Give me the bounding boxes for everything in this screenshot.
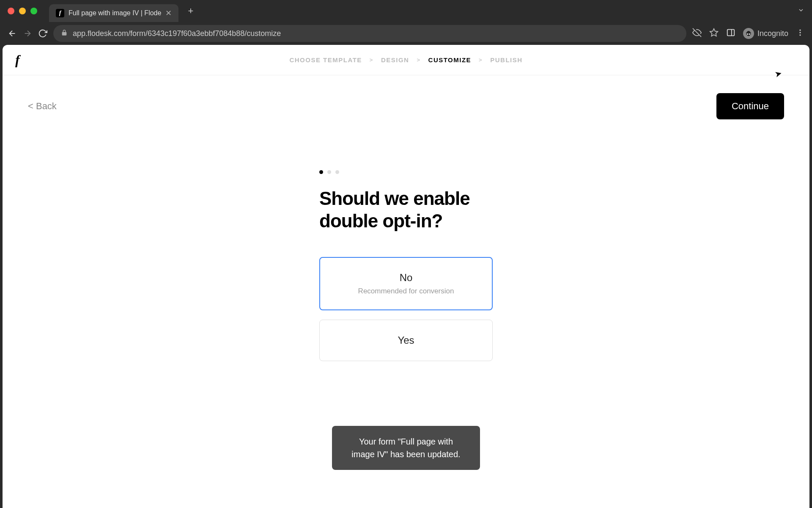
window-minimize-button[interactable] bbox=[19, 8, 26, 14]
eye-off-icon[interactable] bbox=[692, 28, 702, 39]
bookmark-star-icon[interactable] bbox=[709, 28, 719, 39]
chevron-right-icon: > bbox=[417, 57, 420, 63]
breadcrumb-choose-template[interactable]: CHOOSE TEMPLATE bbox=[289, 56, 362, 64]
browser-tab-strip: f Full page with image IV | Flode ✕ + bbox=[0, 0, 812, 22]
option-label: No bbox=[328, 272, 484, 284]
option-label: Yes bbox=[328, 334, 484, 346]
reload-icon[interactable] bbox=[38, 29, 47, 38]
tab-title: Full page with image IV | Flode bbox=[69, 9, 161, 17]
app-viewport: f CHOOSE TEMPLATE > DESIGN > CUSTOMIZE >… bbox=[3, 45, 809, 508]
step-dot-3[interactable] bbox=[335, 170, 339, 174]
chevron-right-icon: > bbox=[370, 57, 373, 63]
continue-button[interactable]: Continue bbox=[716, 93, 784, 119]
svg-point-7 bbox=[749, 33, 750, 35]
panel-icon[interactable] bbox=[726, 28, 735, 39]
app-header: f CHOOSE TEMPLATE > DESIGN > CUSTOMIZE >… bbox=[3, 45, 809, 75]
option-yes[interactable]: Yes bbox=[319, 320, 493, 361]
tab-favicon: f bbox=[56, 9, 64, 17]
svg-point-9 bbox=[799, 32, 801, 33]
toast-message: Your form "Full page with image IV" has … bbox=[351, 437, 460, 459]
action-bar: < Back Continue bbox=[3, 75, 809, 119]
wizard-question: Should we enable double opt-in? bbox=[319, 188, 493, 232]
lock-icon bbox=[61, 29, 68, 38]
step-dot-2[interactable] bbox=[327, 170, 331, 174]
browser-address-bar: app.flodesk.com/form/6343c197f60a3ebbf70… bbox=[0, 22, 812, 45]
breadcrumb-customize[interactable]: CUSTOMIZE bbox=[428, 56, 472, 64]
window-close-button[interactable] bbox=[8, 8, 14, 14]
toast-notification: Your form "Full page with image IV" has … bbox=[332, 426, 480, 470]
back-link[interactable]: < Back bbox=[28, 101, 57, 112]
wizard-panel: Should we enable double opt-in? No Recom… bbox=[319, 170, 493, 361]
kebab-menu-icon[interactable] bbox=[796, 28, 804, 39]
step-indicator bbox=[319, 170, 493, 174]
option-sublabel: Recommended for conversion bbox=[328, 287, 484, 295]
svg-point-6 bbox=[747, 33, 748, 35]
incognito-icon bbox=[743, 28, 754, 39]
svg-rect-4 bbox=[727, 30, 735, 36]
tabs-dropdown-icon[interactable] bbox=[798, 7, 804, 15]
svg-point-10 bbox=[799, 34, 801, 36]
url-input[interactable]: app.flodesk.com/form/6343c197f60a3ebbf70… bbox=[53, 25, 686, 42]
breadcrumb: CHOOSE TEMPLATE > DESIGN > CUSTOMIZE > P… bbox=[289, 56, 522, 64]
chevron-right-icon: > bbox=[479, 57, 483, 63]
incognito-label: Incognito bbox=[757, 29, 788, 38]
svg-marker-3 bbox=[710, 29, 718, 36]
browser-tab[interactable]: f Full page with image IV | Flode ✕ bbox=[49, 4, 178, 22]
window-controls bbox=[8, 8, 37, 14]
svg-point-8 bbox=[799, 30, 801, 31]
step-dot-1[interactable] bbox=[319, 170, 323, 174]
option-no[interactable]: No Recommended for conversion bbox=[319, 257, 493, 310]
url-text: app.flodesk.com/form/6343c197f60a3ebbf70… bbox=[73, 29, 281, 38]
tab-close-icon[interactable]: ✕ bbox=[165, 8, 172, 18]
breadcrumb-design[interactable]: DESIGN bbox=[381, 56, 409, 64]
window-maximize-button[interactable] bbox=[30, 8, 37, 14]
browser-right-icons: Incognito bbox=[692, 28, 804, 39]
incognito-badge[interactable]: Incognito bbox=[743, 28, 788, 39]
app-logo[interactable]: f bbox=[15, 52, 20, 68]
breadcrumb-publish[interactable]: PUBLISH bbox=[490, 56, 522, 64]
back-icon[interactable] bbox=[8, 29, 17, 38]
new-tab-button[interactable]: + bbox=[188, 6, 193, 17]
forward-icon[interactable] bbox=[23, 29, 32, 38]
